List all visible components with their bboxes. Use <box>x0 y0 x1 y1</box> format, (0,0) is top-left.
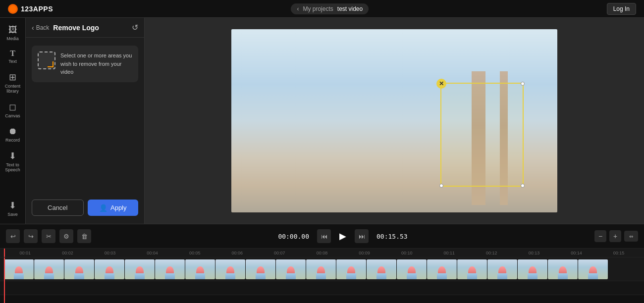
playhead-line <box>4 257 5 303</box>
clip-thumbnail <box>155 259 185 279</box>
clip-thumbnail <box>548 259 578 279</box>
clip-thumbnail <box>578 259 608 279</box>
sidebar-item-record[interactable]: ⏺ Record <box>2 123 24 146</box>
panel-header: ‹ Back Remove Logo ↺ <box>26 18 144 38</box>
sidebar-item-label: Media <box>6 36 19 41</box>
ruler-mark: 00:04 <box>131 251 174 255</box>
apply-button[interactable]: 👤 Apply <box>88 200 139 216</box>
content-library-icon: ⊞ <box>9 72 16 83</box>
audio-track <box>0 281 644 295</box>
clip-thumbnail <box>246 259 275 279</box>
info-text: Select one or more areas you wish to rem… <box>60 51 132 76</box>
selection-close-button[interactable]: ✕ <box>436 79 446 89</box>
logo-icon <box>8 4 18 14</box>
timeline-ruler: 00:01 00:02 00:03 00:04 00:05 00:06 00:0… <box>0 249 644 257</box>
ruler-mark: 00:14 <box>555 251 598 255</box>
ruler-mark: 00:12 <box>471 251 513 255</box>
sidebar-item-text[interactable]: T Text <box>2 46 24 67</box>
ruler-mark: 00:08 <box>301 251 343 255</box>
clip-thumbnail <box>276 259 306 279</box>
panel-actions: Cancel 👤 Apply <box>26 200 144 224</box>
clip-thumbnail <box>64 259 94 279</box>
ruler-mark: 00:06 <box>216 251 259 255</box>
delete-button[interactable]: 🗑 <box>77 229 91 243</box>
clip-thumbnail <box>34 259 64 279</box>
resize-handle-bl[interactable] <box>439 184 443 188</box>
selection-box[interactable]: ✕ <box>440 83 524 187</box>
save-icon: ⬇ <box>9 200 16 211</box>
log-in-button[interactable]: Log In <box>607 3 636 15</box>
ruler-mark: 00:10 <box>385 251 428 255</box>
sidebar-item-label: Text to Speech <box>4 162 22 172</box>
clip-thumbnail <box>518 259 547 279</box>
left-sidebar: 🖼 Media T Text ⊞ Content library ◻ Canva… <box>0 18 26 224</box>
sidebar-item-save[interactable]: ⬇ Save <box>2 197 24 220</box>
sidebar-item-label: Content library <box>4 84 22 94</box>
timeline-tracks <box>0 257 644 303</box>
video-name: test video <box>337 5 363 12</box>
sidebar-item-label: Canvas <box>5 113 20 118</box>
track-clips <box>4 259 644 279</box>
clip-thumbnail <box>306 259 336 279</box>
clip-thumbnail <box>4 259 34 279</box>
clip-thumbnail <box>215 259 245 279</box>
clip-thumbnail <box>487 259 517 279</box>
clip-thumbnail <box>95 259 124 279</box>
video-track[interactable] <box>0 257 644 281</box>
preview-area: ✕ <box>145 18 644 224</box>
fast-forward-button[interactable]: ⏭ <box>355 229 369 243</box>
clip-thumbnail <box>397 259 427 279</box>
cut-button[interactable]: ✂ <box>42 229 55 243</box>
chevron-left-icon: ‹ <box>297 5 299 12</box>
video-preview: ✕ <box>231 29 557 212</box>
apply-label: Apply <box>110 204 127 211</box>
ruler-mark: 00:07 <box>259 251 301 255</box>
sidebar-item-canvas[interactable]: ◻ Canvas <box>2 99 24 121</box>
ruler-marks: 00:01 00:02 00:03 00:04 00:05 00:06 00:0… <box>4 251 640 255</box>
logo-text: 123APPS <box>21 5 53 13</box>
app-logo: 123APPS <box>8 4 53 14</box>
projects-link[interactable]: My projects <box>303 5 333 12</box>
settings-button[interactable]: ⚙ <box>59 229 73 243</box>
canvas-icon: ◻ <box>9 101 16 112</box>
resize-handle-br[interactable] <box>521 184 525 188</box>
current-time: 00:00.00 <box>278 233 309 240</box>
clip-thumbnail <box>457 259 487 279</box>
media-icon: 🖼 <box>8 25 17 35</box>
clip-thumbnail <box>367 259 396 279</box>
sidebar-item-label: Record <box>5 138 20 143</box>
undo-button[interactable]: ↩ <box>6 229 20 243</box>
ruler-mark: 00:03 <box>89 251 131 255</box>
main-area: 🖼 Media T Text ⊞ Content library ◻ Canva… <box>0 18 644 224</box>
sidebar-item-content-library[interactable]: ⊞ Content library <box>2 69 24 97</box>
redo-button[interactable]: ↪ <box>24 229 38 243</box>
play-button[interactable]: ▶ <box>335 228 351 244</box>
zoom-in-button[interactable]: + <box>609 230 621 242</box>
panel-content: Select one or more areas you wish to rem… <box>26 38 144 200</box>
clip-thumbnail <box>336 259 366 279</box>
ruler-mark: 00:09 <box>343 251 386 255</box>
cancel-button[interactable]: Cancel <box>32 200 84 216</box>
refresh-button[interactable]: ↺ <box>132 23 138 32</box>
playhead-ruler <box>4 249 5 257</box>
fit-button[interactable]: ⇔ <box>624 231 638 242</box>
sidebar-item-text-to-speech[interactable]: ⬇ Text to Speech <box>2 148 24 175</box>
back-button[interactable]: ‹ Back <box>32 24 49 32</box>
sidebar-item-media[interactable]: 🖼 Media <box>2 22 24 44</box>
zoom-controls: − + ⇔ <box>594 230 638 242</box>
ruler-mark: 00:15 <box>597 251 640 255</box>
ruler-mark: 00:11 <box>428 251 471 255</box>
apply-icon: 👤 <box>99 204 107 212</box>
rewind-button[interactable]: ⏮ <box>317 229 331 243</box>
zoom-out-button[interactable]: − <box>594 230 606 242</box>
text-to-speech-icon: ⬇ <box>9 151 16 161</box>
info-box: Select one or more areas you wish to rem… <box>32 46 138 82</box>
duration: 00:15.53 <box>376 233 408 240</box>
resize-handle-tr[interactable] <box>521 82 525 86</box>
breadcrumb: ‹ My projects test video <box>291 3 369 14</box>
text-icon: T <box>10 49 15 58</box>
ruler-mark: 00:02 <box>47 251 89 255</box>
sidebar-item-label: Text <box>8 59 17 64</box>
clip-thumbnail <box>125 259 155 279</box>
selection-icon <box>38 51 55 69</box>
